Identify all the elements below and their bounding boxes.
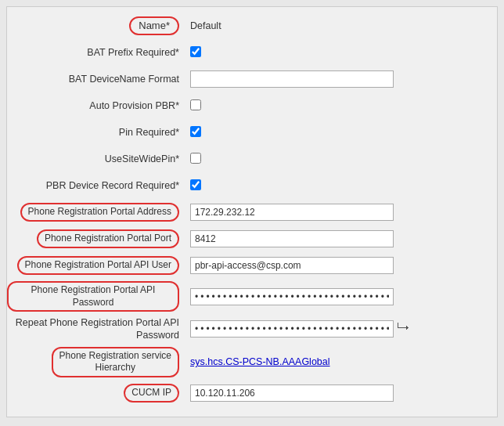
field-row-bat-devicename-format: BAT DeviceName Format	[7, 68, 497, 90]
name-highlighted-label: Name*	[129, 16, 179, 36]
value-auto-provision-pbr	[187, 99, 497, 113]
highlighted-phone-reg-portal-api-user: Phone Registration Portal API User	[17, 256, 179, 275]
field-row-pin-required: Pin Required*	[7, 121, 497, 143]
field-row-use-site-wide-pin: UseSiteWidePin*	[7, 148, 497, 170]
field-row-phone-reg-portal-port: Phone Registration Portal Port	[7, 228, 497, 250]
label-bat-devicename-format: BAT DeviceName Format	[7, 73, 187, 85]
label-pin-required: Pin Required*	[7, 126, 187, 139]
label-repeat-phone-reg-portal-api-password: Repeat Phone Registration Portal API Pas…	[7, 316, 187, 342]
value-phone-reg-portal-port	[187, 230, 497, 247]
input-phone-reg-portal-port[interactable]	[190, 230, 394, 247]
value-repeat-phone-reg-portal-api-password: ⮡	[187, 320, 497, 338]
checkbox-use-site-wide-pin[interactable]	[190, 153, 201, 164]
input-repeat-phone-reg-portal-api-password[interactable]	[190, 320, 394, 338]
value-phone-reg-service-hierarchy: sys.hcs.CS-PCS-NB.AAAGlobal	[187, 356, 497, 367]
highlighted-phone-reg-portal-api-password: Phone Registration Portal API Password	[7, 281, 179, 312]
highlighted-phone-reg-portal-port: Phone Registration Portal Port	[37, 229, 179, 248]
label-phone-reg-portal-address: Phone Registration Portal Address	[7, 203, 187, 222]
highlighted-phone-reg-service-hierarchy: Phone Registration serviceHierarchy	[52, 347, 179, 377]
value-cucm-ip	[187, 384, 497, 402]
field-row-phone-reg-service-hierarchy: Phone Registration serviceHierarchy sys.…	[7, 347, 497, 377]
input-phone-reg-portal-address[interactable]	[190, 204, 394, 221]
checkbox-bat-prefix-required[interactable]	[190, 46, 201, 57]
input-bat-devicename-format[interactable]	[190, 70, 394, 88]
label-bat-prefix-required: BAT Prefix Required*	[7, 46, 187, 59]
field-row-phone-reg-portal-api-password: Phone Registration Portal API Password	[7, 281, 497, 312]
input-phone-reg-portal-api-user[interactable]	[190, 257, 394, 274]
label-phone-reg-portal-port: Phone Registration Portal Port	[7, 229, 187, 248]
field-row-phone-reg-portal-address: Phone Registration Portal Address	[7, 201, 497, 223]
value-phone-reg-portal-api-password	[187, 288, 497, 305]
field-row-cucm-ip: CUCM IP	[7, 382, 497, 404]
field-row-name: Name* Default	[7, 15, 497, 37]
checkbox-pbr-device-record-required[interactable]	[190, 179, 201, 190]
form-container: Name* Default BAT Prefix Required* BAT D…	[6, 6, 498, 417]
link-phone-reg-service-hierarchy[interactable]: sys.hcs.CS-PCS-NB.AAAGlobal	[190, 356, 330, 367]
input-cucm-ip[interactable]	[190, 384, 394, 402]
checkbox-auto-provision-pbr[interactable]	[190, 99, 201, 110]
field-row-pbr-device-record-required: PBR Device Record Required*	[7, 175, 497, 197]
value-pin-required	[187, 126, 497, 139]
label-auto-provision-pbr: Auto Provision PBR*	[7, 99, 187, 112]
label-phone-reg-service-hierarchy: Phone Registration serviceHierarchy	[7, 347, 187, 377]
field-row-repeat-phone-reg-portal-api-password: Repeat Phone Registration Portal API Pas…	[7, 316, 497, 342]
field-row-bat-prefix-required: BAT Prefix Required*	[7, 42, 497, 63]
value-name: Default	[187, 20, 497, 31]
value-bat-devicename-format	[187, 70, 497, 88]
value-use-site-wide-pin	[187, 153, 497, 166]
field-row-auto-provision-pbr: Auto Provision PBR*	[7, 95, 497, 117]
label-phone-reg-portal-api-user: Phone Registration Portal API User	[7, 256, 187, 275]
value-phone-reg-portal-address	[187, 204, 497, 221]
label-pbr-device-record-required: PBR Device Record Required*	[7, 179, 187, 192]
cursor-icon: ⮡	[397, 322, 409, 336]
value-phone-reg-portal-api-user	[187, 257, 497, 274]
checkbox-pin-required[interactable]	[190, 126, 201, 137]
highlighted-cucm-ip: CUCM IP	[124, 384, 179, 403]
label-name: Name*	[7, 16, 187, 36]
value-pbr-device-record-required	[187, 179, 497, 193]
field-row-phone-reg-portal-api-user: Phone Registration Portal API User	[7, 255, 497, 276]
label-phone-reg-portal-api-password: Phone Registration Portal API Password	[7, 281, 187, 312]
input-phone-reg-portal-api-password[interactable]	[190, 288, 394, 305]
highlighted-phone-reg-portal-address: Phone Registration Portal Address	[20, 203, 179, 222]
value-bat-prefix-required	[187, 46, 497, 60]
label-use-site-wide-pin: UseSiteWidePin*	[7, 153, 187, 165]
label-cucm-ip: CUCM IP	[7, 384, 187, 403]
